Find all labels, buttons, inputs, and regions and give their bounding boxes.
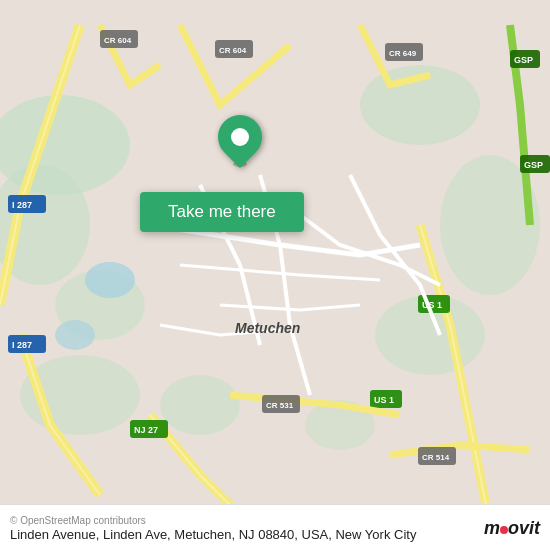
map-container: I 287 I 287 NJ 27 US 1 US 1 CR 531 CR 51…	[0, 0, 550, 550]
svg-text:NJ 27: NJ 27	[134, 425, 158, 435]
svg-text:CR 604: CR 604	[219, 46, 247, 55]
svg-point-10	[85, 262, 135, 298]
svg-point-11	[55, 320, 95, 350]
take-me-there-button[interactable]: Take me there	[140, 192, 304, 232]
copyright-text: © OpenStreetMap contributors	[10, 515, 416, 526]
svg-text:CR 604: CR 604	[104, 36, 132, 45]
svg-text:Metuchen: Metuchen	[235, 320, 300, 336]
bottom-info: © OpenStreetMap contributors Linden Aven…	[10, 513, 416, 544]
svg-text:US 1: US 1	[374, 395, 394, 405]
svg-text:CR 649: CR 649	[389, 49, 417, 58]
svg-point-7	[160, 375, 240, 435]
bottom-bar: © OpenStreetMap contributors Linden Aven…	[0, 504, 550, 550]
location-pin	[218, 115, 262, 167]
map-background: I 287 I 287 NJ 27 US 1 US 1 CR 531 CR 51…	[0, 0, 550, 550]
svg-text:CR 531: CR 531	[266, 401, 294, 410]
pin-body	[209, 106, 271, 168]
svg-text:GSP: GSP	[524, 160, 543, 170]
svg-text:CR 514: CR 514	[422, 453, 450, 462]
address-text: Linden Avenue, Linden Ave, Metuchen, NJ …	[10, 526, 416, 544]
svg-text:I 287: I 287	[12, 340, 32, 350]
moovit-logo: mmoovitovit	[484, 518, 540, 539]
svg-text:I 287: I 287	[12, 200, 32, 210]
moovit-brand-text: mmoovitovit	[484, 518, 540, 539]
pin-inner	[231, 128, 249, 146]
moovit-m-dot: mmoovitovit	[484, 518, 540, 538]
svg-text:GSP: GSP	[514, 55, 533, 65]
